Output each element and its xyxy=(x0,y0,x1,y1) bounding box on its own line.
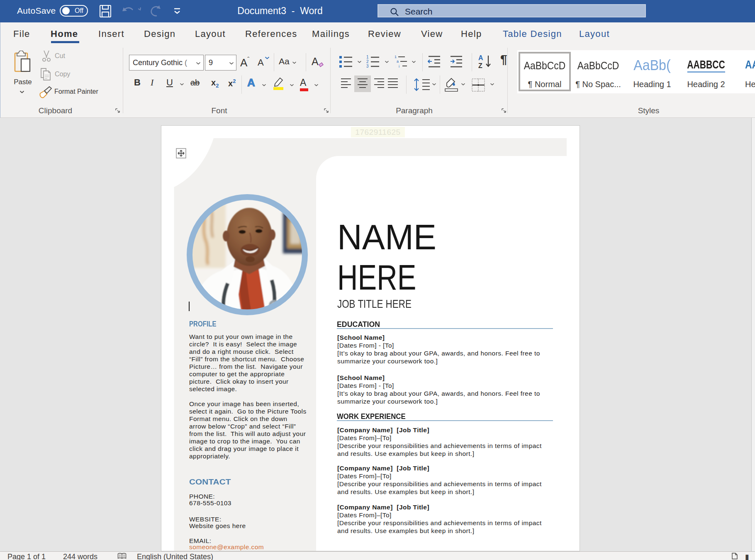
svg-text:2: 2 xyxy=(366,59,369,64)
svg-text:1: 1 xyxy=(366,55,369,59)
svg-text:3: 3 xyxy=(366,64,369,68)
svg-text:a: a xyxy=(397,59,399,63)
svg-text:A: A xyxy=(478,54,483,61)
svg-text:1: 1 xyxy=(395,55,397,59)
svg-text:i: i xyxy=(399,64,399,68)
svg-text:Z: Z xyxy=(478,62,482,69)
